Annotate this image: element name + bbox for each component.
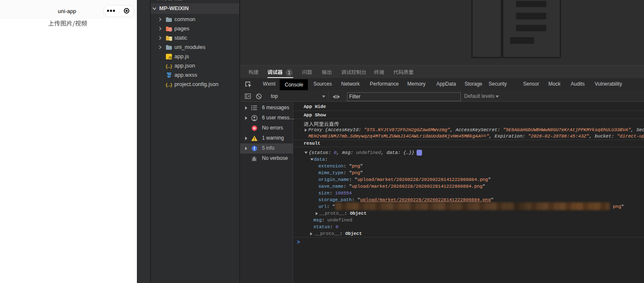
svg-text:{..}: {..} (166, 82, 172, 87)
svg-text:{..}: {..} (166, 64, 172, 69)
svg-text:JS: JS (168, 56, 172, 59)
